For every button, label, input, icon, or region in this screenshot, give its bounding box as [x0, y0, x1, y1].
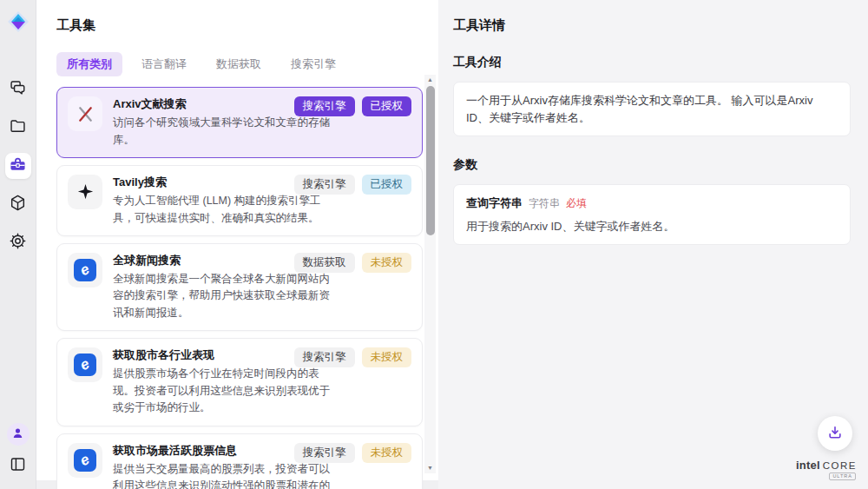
sidebar-item-cube[interactable] [5, 191, 31, 217]
toolbox-icon [9, 155, 27, 177]
brand-core-text: CORE [823, 460, 857, 471]
tab-all[interactable]: 所有类别 [56, 52, 122, 76]
app-logo [5, 9, 31, 35]
sidebar-item-folder[interactable] [5, 115, 31, 141]
tool-card[interactable]: e 全球新闻搜索 全球新闻搜索是一个聚合全球各大新闻网站内容的搜索引擎，帮助用户… [56, 243, 423, 331]
sidebar-nav [5, 76, 31, 255]
tool-description: 访问各个研究领域大量科学论文和文章的存储库。 [113, 115, 340, 149]
sidebar-bottom [5, 423, 31, 479]
juhe-icon: e [68, 443, 102, 478]
param-required-badge: 必填 [566, 195, 587, 211]
auth-status-badge: 未授权 [362, 347, 412, 367]
auth-status-badge: 未授权 [362, 443, 412, 463]
intro-heading: 工具介绍 [453, 55, 851, 70]
download-icon [826, 424, 844, 444]
download-button[interactable] [818, 416, 852, 451]
intro-box: 一个用于从Arxiv存储库搜索科学论文和文章的工具。 输入可以是Arxiv ID… [453, 82, 851, 136]
params-heading: 参数 [453, 157, 851, 173]
category-badge: 搜索引擎 [294, 443, 355, 463]
user-icon [10, 426, 25, 444]
sidebar [0, 0, 36, 489]
tool-detail-panel: 工具详情 工具介绍 一个用于从Arxiv存储库搜索科学论文和文章的工具。 输入可… [438, 0, 868, 489]
intro-text: 一个用于从Arxiv存储库搜索科学论文和文章的工具。 输入可以是Arxiv ID… [466, 94, 812, 124]
scrollbar-down-arrow[interactable]: ▼ [427, 463, 433, 473]
tab-data[interactable]: 数据获取 [206, 52, 272, 76]
scrollbar-thumb[interactable] [426, 86, 435, 235]
cube-icon [9, 194, 27, 215]
detail-title: 工具详情 [453, 17, 851, 34]
tool-description: 专为人工智能代理 (LLM) 构建的搜索引擎工具，可快速提供实时、准确和真实的结… [113, 193, 340, 227]
tool-card[interactable]: e 获取股市各行业表现 提供股票市场各个行业在特定时间段内的表现。投资者可以利用… [56, 338, 423, 426]
auth-status-badge: 未授权 [362, 253, 412, 273]
brand-ultra-badge: ultra [829, 472, 856, 480]
param-box: 查询字符串 字符串 必填 用于搜索的Arxiv ID、关键字或作者姓名。 [453, 184, 851, 245]
auth-status-badge: 已授权 [362, 96, 412, 116]
category-badge: 搜索引擎 [294, 347, 355, 367]
toolset-title: 工具集 [56, 17, 438, 34]
tab-translate[interactable]: 语言翻译 [131, 52, 197, 76]
sidebar-item-panel-toggle[interactable] [5, 453, 31, 479]
arxiv-icon [68, 96, 102, 131]
juhe-icon: e [68, 347, 102, 382]
toolset-panel: 工具集 所有类别语言翻译数据获取搜索引擎 Arxiv文献搜索 访问各个研究领域大… [36, 0, 438, 480]
sidebar-item-user[interactable] [7, 423, 30, 446]
tool-description: 提供股票市场各个行业在特定时间段内的表现。投资者可以利用这些信息来识别表现优于或… [113, 366, 340, 416]
sidebar-item-toolbox[interactable] [5, 153, 31, 179]
category-tabs: 所有类别语言翻译数据获取搜索引擎 [56, 52, 438, 76]
sidebar-item-chat[interactable] [5, 76, 31, 102]
tool-card[interactable]: Arxiv文献搜索 访问各个研究领域大量科学论文和文章的存储库。 搜索引擎 已授… [56, 87, 423, 158]
tool-description: 全球新闻搜索是一个聚合全球各大新闻网站内容的搜索引擎，帮助用户快速获取全球最新资… [113, 271, 340, 321]
tool-card[interactable]: e 获取市场最活跃股票信息 提供当天交易量最高的股票列表，投资者可以利用这些信息… [56, 433, 423, 489]
auth-status-badge: 已授权 [362, 175, 412, 195]
tool-list: Arxiv文献搜索 访问各个研究领域大量科学论文和文章的存储库。 搜索引擎 已授… [56, 87, 423, 489]
intel-core-logo: intel CORE ultra [801, 459, 857, 480]
tavily-star-icon [68, 175, 102, 209]
tool-list-scrollbar[interactable]: ▲ ▼ [424, 75, 436, 473]
scrollbar-up-arrow[interactable]: ▲ [427, 75, 433, 85]
chat-icon [9, 79, 27, 101]
panel-toggle-icon [9, 455, 27, 477]
param-type: 字符串 [529, 195, 560, 211]
tool-card[interactable]: Tavily搜索 专为人工智能代理 (LLM) 构建的搜索引擎工具，可快速提供实… [56, 165, 423, 236]
tool-description: 提供当天交易量最高的股票列表，投资者可以利用这些信息来识别流动性强的股票和潜在的… [113, 461, 340, 489]
category-badge: 搜索引擎 [294, 175, 355, 195]
brand-intel-text: intel [796, 459, 820, 472]
gear-icon [9, 232, 27, 254]
category-badge: 数据获取 [294, 253, 355, 273]
param-description: 用于搜索的Arxiv ID、关键字或作者姓名。 [466, 218, 838, 235]
tab-search[interactable]: 搜索引擎 [280, 52, 346, 76]
sidebar-item-settings[interactable] [5, 229, 31, 255]
juhe-icon: e [68, 253, 102, 287]
folder-icon [9, 117, 27, 139]
category-badge: 搜索引擎 [294, 96, 355, 116]
param-name: 查询字符串 [466, 195, 523, 212]
